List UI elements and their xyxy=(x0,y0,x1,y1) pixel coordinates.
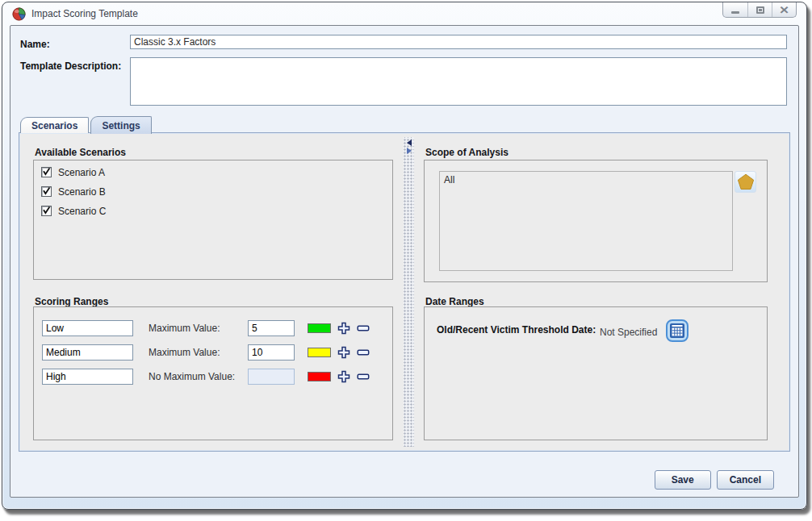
range-color-swatch[interactable] xyxy=(308,348,331,357)
scope-of-analysis-box: All xyxy=(424,160,768,282)
scoring-row-medium: Maximum Value: xyxy=(42,344,387,361)
name-label: Name: xyxy=(20,39,50,50)
scenario-b-row[interactable]: Scenario B xyxy=(41,185,106,198)
check-icon xyxy=(42,186,51,195)
collapse-left-icon[interactable] xyxy=(407,140,412,146)
scenario-c-checkbox[interactable] xyxy=(41,206,52,216)
no-max-value-label: No Maximum Value: xyxy=(149,371,248,382)
available-scenarios-heading: Available Scenarios xyxy=(35,147,126,158)
scoring-row-high: No Maximum Value: xyxy=(42,368,387,386)
range-name-input[interactable] xyxy=(42,344,133,361)
dialog-window: Impact Scoring Template ✕ Name: Template… xyxy=(2,2,807,510)
left-pane: Available Scenarios Scenario A Scenario … xyxy=(25,137,403,447)
app-pie-chart-icon xyxy=(12,7,26,21)
scenario-c-row[interactable]: Scenario C xyxy=(41,205,106,217)
check-icon xyxy=(42,167,51,176)
tab-scenarios[interactable]: Scenarios xyxy=(20,117,89,133)
max-value-input[interactable] xyxy=(248,320,295,336)
title-bar[interactable]: Impact Scoring Template ✕ xyxy=(2,2,806,25)
settings-tab-panel: Available Scenarios Scenario A Scenario … xyxy=(19,132,790,452)
scenario-a-label: Scenario A xyxy=(58,167,105,178)
close-icon: ✕ xyxy=(779,5,789,15)
split-pane-divider[interactable] xyxy=(404,137,414,447)
scenario-b-label: Scenario B xyxy=(58,186,106,198)
minimize-icon xyxy=(731,11,739,14)
minus-icon xyxy=(357,373,370,381)
scoring-ranges-heading: Scoring Ranges xyxy=(35,296,108,307)
max-value-label: Maximum Value: xyxy=(149,347,248,358)
available-scenarios-box: Scenario A Scenario B Scenario C xyxy=(33,160,393,280)
range-name-input[interactable] xyxy=(42,369,133,385)
dialog-content: Name: Template Description: Scenarios Se… xyxy=(10,25,799,498)
add-range-button[interactable] xyxy=(337,346,350,359)
calendar-icon xyxy=(666,319,689,342)
plus-icon xyxy=(337,322,350,335)
range-name-input[interactable] xyxy=(42,320,133,336)
scenario-c-label: Scenario C xyxy=(58,206,106,217)
right-pane: Scope of Analysis All Date Ranges Old/Re… xyxy=(414,137,784,447)
max-value-input-disabled xyxy=(248,369,295,385)
description-textarea[interactable] xyxy=(130,57,787,106)
add-range-button[interactable] xyxy=(337,322,350,335)
window-title: Impact Scoring Template xyxy=(31,8,138,19)
max-value-label: Maximum Value: xyxy=(149,323,248,334)
action-button-bar: Save Cancel xyxy=(655,470,774,490)
close-button[interactable]: ✕ xyxy=(772,2,796,17)
scenario-a-row[interactable]: Scenario A xyxy=(41,166,105,178)
victim-threshold-date-label: Old/Recent Victim Threshold Date: xyxy=(437,324,596,336)
plus-icon xyxy=(337,370,350,383)
scoring-row-low: Maximum Value: xyxy=(42,319,387,337)
remove-range-button[interactable] xyxy=(357,348,370,356)
plus-icon xyxy=(337,346,350,359)
date-ranges-box: Old/Recent Victim Threshold Date: Not Sp… xyxy=(424,306,768,440)
scenario-a-checkbox[interactable] xyxy=(41,167,52,177)
tab-settings-label: Settings xyxy=(102,120,140,131)
max-value-input[interactable] xyxy=(248,344,295,361)
collapse-right-icon[interactable] xyxy=(407,148,412,154)
divider-collapse-controls xyxy=(404,139,414,154)
range-color-swatch[interactable] xyxy=(308,323,331,333)
scenario-b-checkbox[interactable] xyxy=(41,186,52,197)
tab-scenarios-label: Scenarios xyxy=(31,120,77,131)
scope-of-analysis-heading: Scope of Analysis xyxy=(425,147,509,158)
remove-range-button[interactable] xyxy=(357,373,370,381)
description-label: Template Description: xyxy=(20,60,121,72)
tab-settings[interactable]: Settings xyxy=(90,116,151,134)
victim-threshold-date-value: Not Specified xyxy=(600,327,657,338)
save-button[interactable]: Save xyxy=(655,470,711,490)
scope-list-item[interactable]: All xyxy=(444,174,454,185)
range-color-swatch[interactable] xyxy=(308,372,331,381)
name-input[interactable] xyxy=(130,35,787,49)
cancel-button[interactable]: Cancel xyxy=(717,470,774,490)
check-icon xyxy=(42,206,51,215)
pentagon-icon xyxy=(737,173,755,190)
minimize-button[interactable] xyxy=(723,2,747,17)
date-picker-button[interactable] xyxy=(666,319,689,342)
scope-list[interactable]: All xyxy=(439,171,733,271)
minus-icon xyxy=(357,348,370,356)
remove-range-button[interactable] xyxy=(357,324,370,332)
tab-bar: Scenarios Settings xyxy=(20,115,153,133)
scoring-ranges-box: Maximum Value: xyxy=(33,306,393,440)
add-range-button[interactable] xyxy=(337,370,350,383)
date-ranges-heading: Date Ranges xyxy=(425,296,484,307)
scope-edit-button[interactable] xyxy=(735,171,756,193)
window-controls: ✕ xyxy=(722,2,797,18)
minus-icon xyxy=(357,324,370,332)
maximize-button[interactable] xyxy=(747,2,772,17)
maximize-icon xyxy=(756,6,764,14)
